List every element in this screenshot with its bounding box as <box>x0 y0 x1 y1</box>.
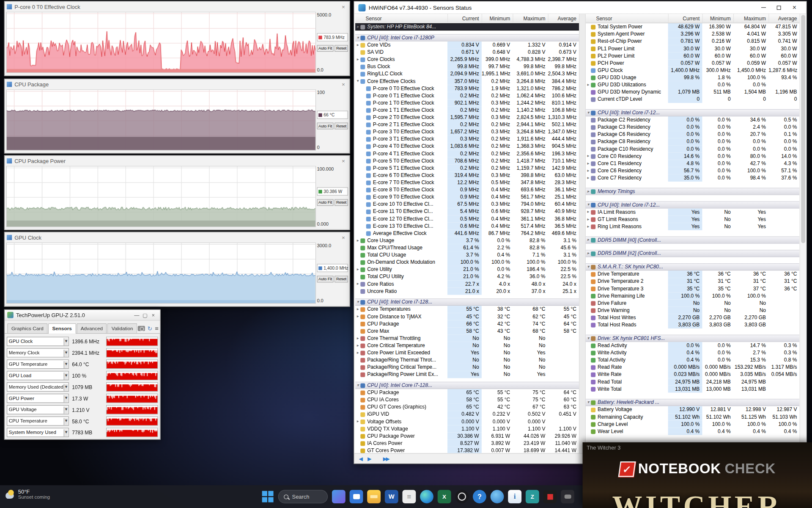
sensor-row[interactable]: Drive WarningNoNoNo <box>586 307 800 314</box>
tab-advanced[interactable]: Advanced <box>77 323 107 333</box>
graph-window-titlebar[interactable]: GPU Clock <box>5 232 350 242</box>
sensor-row[interactable]: ▸Core C6 Residency56.7 %0.0 %100.0 %57.1… <box>586 167 800 174</box>
sensor-row[interactable]: E-core 10 T0 Effective Cl...67.5 MHz0.3 … <box>355 201 579 208</box>
close-icon[interactable] <box>787 2 802 13</box>
sensor-row[interactable]: Uncore Ratio21.0 x20.0 x37.0 x25.1 x <box>355 287 579 295</box>
expander-icon[interactable]: ▸ <box>586 223 591 230</box>
sensor-select[interactable]: GPU Power <box>7 394 69 403</box>
sensor-row[interactable]: Average Effective Clock441.6 MHz86.7 MHz… <box>355 230 579 237</box>
expander-icon[interactable]: ▸ <box>355 23 360 30</box>
sensor-row[interactable]: Read Rate0.000 MB/s0.000 MB/s153.292 MB/… <box>586 364 800 371</box>
sensor-select[interactable]: GPU Temperature <box>7 359 69 369</box>
sensor-row[interactable]: ▸Core Ratios22.7 x4.0 x48.0 x24.0 x <box>355 280 579 287</box>
sensor-row[interactable]: Package C3 Residency0.0 %0.0 %2.4 %0.0 % <box>586 124 800 131</box>
hwinfo-icon[interactable] <box>508 490 521 503</box>
graph-window-titlebar[interactable]: CPU Package Power <box>5 156 350 166</box>
tab-validation[interactable]: Validation <box>107 323 137 333</box>
expander-icon[interactable]: ▸ <box>586 81 591 88</box>
sensor-row[interactable]: ▸Core Usage3.7 %0.0 %82.8 %3.1 % <box>355 237 579 244</box>
camera-icon[interactable] <box>138 326 145 331</box>
chat-icon[interactable] <box>350 490 363 503</box>
sensor-row[interactable]: ▸Core C7 Residency35.0 %0.0 %98.4 %37.6 … <box>586 174 800 182</box>
sensor-group-row[interactable]: ▾CPU [#0]: Intel Core i7-128... <box>355 382 579 389</box>
close-icon[interactable] <box>339 3 348 10</box>
sensor-row[interactable]: P-core 1 T0 Effective Clock902.1 MHz0.3 … <box>355 99 579 107</box>
expander-icon[interactable]: ▸ <box>355 342 360 349</box>
sensor-row[interactable]: Drive Temperature36 °C36 °C36 °C36 °C <box>586 271 800 278</box>
help-icon[interactable] <box>473 490 486 503</box>
sensor-row[interactable]: Remaining Capacity51.102 Wh51.102 Wh51.1… <box>586 413 800 420</box>
word-icon[interactable] <box>385 490 398 503</box>
sensor-row[interactable]: Charge Level100.0 %100.0 %100.0 %100.0 % <box>586 420 800 428</box>
gpuz-titlebar[interactable]: TechPowerUp GPU-Z 2.51.0 <box>5 310 160 321</box>
sensor-row[interactable]: Drive Remaining Life100.0 %100.0 %100.0 … <box>586 292 800 299</box>
sensor-group-row[interactable]: ▸DDR5 DIMM [#2] (Controll... <box>586 250 800 257</box>
tab-sensors[interactable]: Sensors <box>48 323 76 334</box>
sensor-row[interactable]: Total System Power48.629 W16.390 W64.804… <box>586 23 800 30</box>
expander-icon[interactable]: ▸ <box>355 418 360 425</box>
tab-graphics-card[interactable]: Graphics Card <box>7 323 47 333</box>
nav-forward-icon[interactable] <box>366 456 373 461</box>
sensor-row[interactable]: Core Max58 °C43 °C68 °C58 °C <box>355 328 579 335</box>
sensor-group-row[interactable]: ▸DDR5 DIMM [#0] (Controll... <box>586 236 800 243</box>
graph-window-titlebar[interactable]: CPU Package <box>5 79 350 89</box>
close-icon[interactable] <box>339 81 348 87</box>
sensor-row[interactable]: ▸Core Power Limit ExceededYesNoYes <box>355 349 579 356</box>
sensor-select[interactable]: GPU Voltage <box>7 405 69 414</box>
expander-icon[interactable]: ▸ <box>355 335 360 342</box>
file-explorer-icon[interactable] <box>367 490 381 503</box>
sensor-row[interactable]: P-core 3 T0 Effective Clock1,657.2 MHz0.… <box>355 128 579 135</box>
sensor-row[interactable]: PCH Power0.057 W0.057 W0.059 W0.057 W <box>586 60 800 67</box>
sensor-row[interactable]: VDDQ TX Voltage1.100 V1.100 V1.100 V1.10… <box>355 425 579 432</box>
expander-icon[interactable]: ▸ <box>586 152 591 160</box>
sensor-row[interactable]: ▸Core Distance to TjMAX45 °C32 °C62 °C45… <box>355 313 579 320</box>
expander-icon[interactable]: ▾ <box>586 335 591 342</box>
expander-icon[interactable]: ▸ <box>355 349 360 356</box>
sensor-row[interactable]: ▸Core Critical TemperatureNoNoNo <box>355 342 579 349</box>
expander-icon[interactable]: ▸ <box>586 174 591 182</box>
sensor-row[interactable]: Battery Voltage12.990 V12.881 V12.998 V1… <box>586 406 800 413</box>
sensor-row[interactable]: Read Total24,975 MB24,218 MB24,975 MB <box>586 378 800 385</box>
scrollbar-thumb[interactable] <box>801 15 805 243</box>
sensor-row[interactable]: On-Demand Clock Modulation100.0 %100.0 %… <box>355 259 579 266</box>
sensor-row[interactable]: Bus Clock99.8 MHz99.7 MHz99.8 MHz99.8 MH… <box>355 63 579 70</box>
sensor-row[interactable]: Wear Level0.4 %0.4 %0.4 %0.4 % <box>586 428 800 435</box>
expander-icon[interactable]: ▸ <box>355 266 360 273</box>
sensor-row[interactable]: ▸Core Temperatures55 °C38 °C68 °C55 °C <box>355 306 579 313</box>
expander-icon[interactable]: ▾ <box>586 399 591 406</box>
sensor-row[interactable]: GPU Clock1,400.0 MHz300.0 MHz1,450.0 MHz… <box>586 67 800 74</box>
sensor-row[interactable]: Read Activity0.0 %0.0 %14.7 %0.3 % <box>586 342 800 349</box>
sensor-row[interactable]: CPU Package66 °C42 °C74 °C64 °C <box>355 320 579 327</box>
sensor-row[interactable]: Package/Ring Power Limit Ex...YesNoYes <box>355 371 579 378</box>
reset-button[interactable]: Reset <box>335 199 348 206</box>
auto-fit-button[interactable]: Auto Fit <box>317 276 333 282</box>
reset-button[interactable]: Reset <box>335 123 348 130</box>
reset-button[interactable]: Reset <box>335 276 348 282</box>
sensor-select[interactable]: System Memory Used <box>7 428 69 437</box>
close-icon[interactable] <box>149 312 158 318</box>
sensor-row[interactable]: CPU GT Cores (Graphics)65 °C42 °C67 °C63… <box>355 403 579 411</box>
sensor-group-row[interactable]: ▸Memory Timings <box>586 188 800 195</box>
sensor-select[interactable]: Memory Clock <box>7 348 69 357</box>
expander-icon[interactable]: ▾ <box>355 34 360 41</box>
expander-icon[interactable]: ▸ <box>586 250 591 257</box>
menu-icon[interactable] <box>155 326 159 331</box>
auto-fit-button[interactable]: Auto Fit <box>317 123 333 130</box>
sensor-row[interactable]: Package C2 Residency0.0 %0.0 %34.6 %0.5 … <box>586 116 800 124</box>
sensor-row[interactable]: Package C10 Residency0.0 %0.0 %0.0 %0.0 … <box>586 145 800 152</box>
expander-icon[interactable]: ▸ <box>355 56 360 63</box>
expander-icon[interactable]: ▾ <box>586 263 591 271</box>
globe-icon[interactable] <box>491 490 504 503</box>
expander-icon[interactable]: ▸ <box>586 160 591 167</box>
sensor-row[interactable]: ▸Ring Limit ReasonsYesNoYes <box>586 223 800 230</box>
sensor-row[interactable]: Package/Ring Thermal Throt...NoNoNo <box>355 356 579 364</box>
sensor-row[interactable]: ▸Core Utility21.0 %0.0 %186.4 %22.5 % <box>355 266 579 273</box>
sensor-group-row[interactable]: ▾CPU [#0]: Intel Core i7-12... <box>586 109 800 116</box>
sensor-row[interactable]: SA VID0.671 V0.648 V0.828 V0.673 V <box>355 49 579 56</box>
sensor-group-row[interactable]: ▾CPU [#0]: Intel Core i7-1280P <box>355 34 579 41</box>
sensor-row[interactable]: E-core 6 T0 Effective Clock319.4 MHz0.3 … <box>355 172 579 179</box>
obs-icon[interactable] <box>455 490 469 503</box>
sensor-row[interactable]: ▸GT Limit ReasonsYesNoYes <box>586 216 800 223</box>
sensor-row[interactable]: ▸Core Thermal ThrottlingNoNoNo <box>355 335 579 342</box>
sensor-select[interactable]: GPU Load <box>7 371 69 380</box>
